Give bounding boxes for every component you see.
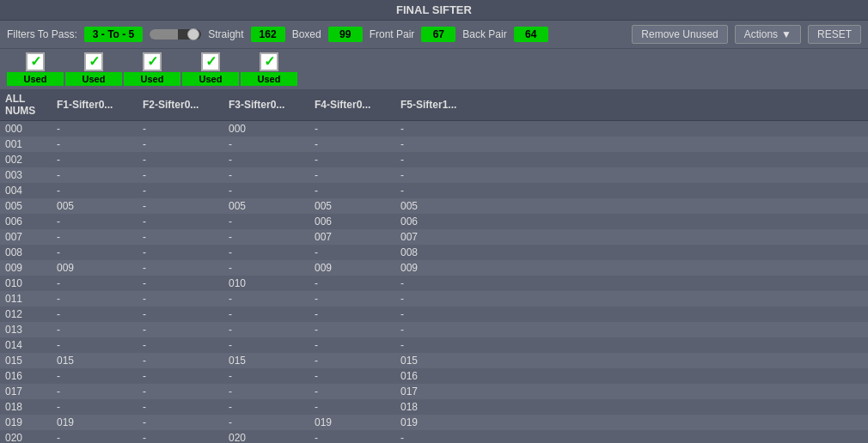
table-row: 007---007007 bbox=[0, 229, 868, 245]
cell-13-4: - bbox=[309, 322, 395, 337]
cell-13-0: 013 bbox=[0, 322, 52, 337]
col-header-3: F3-Sifter0... bbox=[223, 89, 309, 121]
cell-9-extra bbox=[481, 260, 868, 276]
checkmark-icon-0: ✓ bbox=[30, 55, 41, 69]
cell-14-extra bbox=[481, 337, 868, 353]
cell-3-5: - bbox=[395, 167, 481, 183]
cell-5-3: 005 bbox=[223, 198, 309, 214]
cell-13-5: - bbox=[395, 322, 481, 337]
table-row: 009009--009009 bbox=[0, 260, 868, 276]
cell-0-3: 000 bbox=[223, 121, 309, 137]
cell-0-2: - bbox=[138, 121, 223, 137]
cell-14-5: - bbox=[395, 337, 481, 353]
filter-cell-3[interactable]: ✓Used bbox=[182, 52, 239, 86]
cell-3-extra bbox=[481, 167, 868, 183]
checkmark-icon-1: ✓ bbox=[89, 55, 100, 69]
reset-button[interactable]: RESET bbox=[808, 25, 861, 44]
cell-10-1: - bbox=[52, 276, 138, 291]
cell-20-3: 020 bbox=[223, 430, 309, 443]
cell-12-2: - bbox=[138, 306, 223, 322]
cell-20-0: 020 bbox=[0, 430, 52, 443]
table-row: 000--000-- bbox=[0, 121, 868, 137]
cell-10-extra bbox=[481, 276, 868, 291]
filter-cell-2[interactable]: ✓Used bbox=[124, 52, 180, 86]
table-row: 012----- bbox=[0, 306, 868, 322]
filter-checkbox-3[interactable]: ✓ bbox=[201, 52, 220, 71]
cell-15-extra bbox=[481, 353, 868, 368]
table-row: 002----- bbox=[0, 152, 868, 167]
cell-1-5: - bbox=[395, 137, 481, 152]
filter-checkbox-1[interactable]: ✓ bbox=[84, 52, 103, 71]
cell-15-1: 015 bbox=[52, 353, 138, 368]
cell-11-0: 011 bbox=[0, 291, 52, 306]
cell-17-0: 017 bbox=[0, 384, 52, 399]
cell-6-3: - bbox=[223, 214, 309, 229]
cell-17-2: - bbox=[138, 384, 223, 399]
cell-8-2: - bbox=[138, 245, 223, 260]
cell-6-extra bbox=[481, 214, 868, 229]
straight-value: 162 bbox=[251, 27, 285, 42]
cell-14-0: 014 bbox=[0, 337, 52, 353]
cell-15-0: 015 bbox=[0, 353, 52, 368]
filter-cell-1[interactable]: ✓Used bbox=[65, 52, 122, 86]
filter-cell-0[interactable]: ✓Used bbox=[7, 52, 64, 86]
cell-3-0: 003 bbox=[0, 167, 52, 183]
remove-unused-button[interactable]: Remove Unused bbox=[632, 25, 727, 44]
checkmark-icon-4: ✓ bbox=[264, 55, 275, 69]
cell-2-0: 002 bbox=[0, 152, 52, 167]
cell-6-4: 006 bbox=[309, 214, 395, 229]
cell-8-3: - bbox=[223, 245, 309, 260]
cell-20-extra bbox=[481, 430, 868, 443]
slider-container[interactable] bbox=[150, 29, 201, 39]
table-container[interactable]: ALL NUMSF1-Sifter0...F2-Sifter0...F3-Sif… bbox=[0, 89, 868, 443]
cell-4-0: 004 bbox=[0, 183, 52, 198]
checkmark-icon-2: ✓ bbox=[147, 55, 158, 69]
cell-5-2: - bbox=[138, 198, 223, 214]
cell-13-extra bbox=[481, 322, 868, 337]
filter-cell-4[interactable]: ✓Used bbox=[241, 52, 297, 86]
app-title: FINAL SIFTER bbox=[396, 3, 472, 16]
cell-4-1: - bbox=[52, 183, 138, 198]
cell-18-1: - bbox=[52, 399, 138, 415]
title-bar: FINAL SIFTER bbox=[0, 0, 868, 21]
cell-17-4: - bbox=[309, 384, 395, 399]
table-row: 006---006006 bbox=[0, 214, 868, 229]
cell-20-4: - bbox=[309, 430, 395, 443]
cell-20-1: - bbox=[52, 430, 138, 443]
slider-fill bbox=[150, 29, 178, 39]
cell-13-2: - bbox=[138, 322, 223, 337]
actions-button[interactable]: Actions ▼ bbox=[735, 25, 801, 44]
cell-14-1: - bbox=[52, 337, 138, 353]
cell-9-4: 009 bbox=[309, 260, 395, 276]
front-pair-label: Front Pair bbox=[370, 28, 415, 40]
table-row: 001----- bbox=[0, 137, 868, 152]
cell-4-extra bbox=[481, 183, 868, 198]
filter-checkbox-0[interactable]: ✓ bbox=[26, 52, 45, 71]
cell-11-2: - bbox=[138, 291, 223, 306]
filter-checkbox-4[interactable]: ✓ bbox=[260, 52, 278, 71]
cell-16-2: - bbox=[138, 368, 223, 384]
cell-6-0: 006 bbox=[0, 214, 52, 229]
cell-0-1: - bbox=[52, 121, 138, 137]
filter-label-2: Used bbox=[124, 72, 180, 86]
cell-8-5: 008 bbox=[395, 245, 481, 260]
slider-track[interactable] bbox=[150, 29, 201, 39]
table-row: 010--010-- bbox=[0, 276, 868, 291]
cell-17-1: - bbox=[52, 384, 138, 399]
straight-label: Straight bbox=[208, 28, 243, 40]
cell-19-4: 019 bbox=[309, 415, 395, 430]
cell-12-4: - bbox=[309, 306, 395, 322]
cell-13-3: - bbox=[223, 322, 309, 337]
cell-3-3: - bbox=[223, 167, 309, 183]
cell-1-4: - bbox=[309, 137, 395, 152]
filter-label-0: Used bbox=[7, 72, 64, 86]
slider-thumb[interactable] bbox=[187, 28, 199, 40]
cell-7-0: 007 bbox=[0, 229, 52, 245]
cell-2-5: - bbox=[395, 152, 481, 167]
cell-5-4: 005 bbox=[309, 198, 395, 214]
cell-4-4: - bbox=[309, 183, 395, 198]
table-row: 018----018 bbox=[0, 399, 868, 415]
table-row: 014----- bbox=[0, 337, 868, 353]
col-header-5: F5-Sifter1... bbox=[395, 89, 481, 121]
filter-checkbox-2[interactable]: ✓ bbox=[143, 52, 162, 71]
